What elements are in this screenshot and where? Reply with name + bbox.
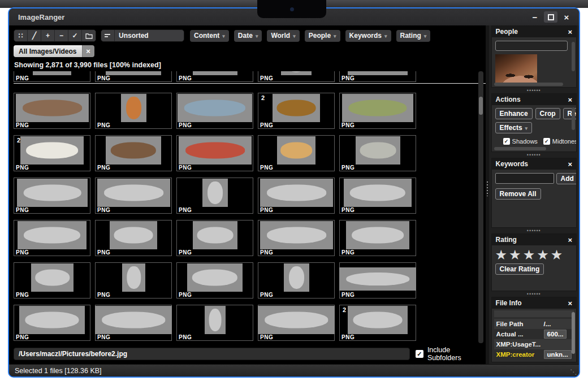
thumbnail-cropped[interactable]: PNG [14, 71, 90, 82]
people-close-icon[interactable]: × [568, 28, 572, 36]
add-keyword-button[interactable]: Add [556, 173, 577, 184]
thumbnail-cropped[interactable]: PNG [176, 71, 253, 82]
thumbnail-penguin[interactable]: PNG [176, 178, 253, 214]
actions-scrollbar-horizontal[interactable] [494, 147, 546, 150]
thumbnail-crocodile[interactable]: PNG [14, 178, 90, 214]
file-info-row[interactable]: XMP:UsageT... [494, 339, 574, 349]
thumbnail-duck[interactable]: PNG [176, 220, 253, 256]
thumbnail-starfish[interactable]: PNG [14, 262, 90, 299]
chevron-down-icon: ▾ [293, 34, 296, 39]
filter-date-dropdown[interactable]: Date▾ [234, 30, 262, 42]
enhance-button[interactable]: Enhance [495, 108, 533, 119]
star-icon[interactable]: ★ [495, 248, 508, 262]
thumbnail-cropped[interactable]: PNG [95, 71, 172, 82]
include-subfolders-control[interactable]: ✓ Include Subfolders [416, 346, 486, 362]
thumbnail-flounder[interactable]: PNG [339, 178, 416, 214]
add-button[interactable]: + [41, 30, 55, 41]
panel-drag-handle[interactable]: •••••• [491, 88, 577, 93]
actions-scrollbar[interactable] [572, 107, 575, 130]
grid-scrollbar-thumb[interactable] [479, 97, 483, 115]
midtones-checkbox-control[interactable]: ✓Midtones [543, 138, 577, 145]
people-scrollbar[interactable] [572, 42, 575, 71]
thumbnail-jellyfish[interactable]: PNG [95, 262, 172, 299]
star-icon[interactable]: ★ [551, 248, 563, 262]
sort-order-field[interactable]: Unsorted [115, 32, 149, 40]
crop-button[interactable]: Crop [535, 108, 560, 119]
shadows-checkbox[interactable]: ✓ [503, 138, 510, 145]
tab-close-icon[interactable]: × [82, 45, 94, 57]
shadows-checkbox-control[interactable]: ✓Shadows [503, 138, 538, 145]
thumbnail-sea-lion[interactable]: PNG [176, 262, 253, 299]
filter-keywords-dropdown[interactable]: Keywords▾ [345, 30, 391, 42]
clear-rating-button[interactable]: Clear Rating [495, 263, 544, 275]
edit-button[interactable]: ╱ [28, 30, 41, 41]
thumbnail-frog[interactable]: PNG [339, 135, 416, 171]
keywords-close-icon[interactable]: × [568, 161, 572, 168]
thumbnail-newt[interactable]: PNG [14, 93, 90, 129]
chevron-down-icon: ▾ [424, 34, 427, 39]
keyword-input[interactable] [495, 173, 554, 184]
thumbnail-whale[interactable]: PNG [14, 220, 90, 256]
minimize-button[interactable]: − [528, 11, 542, 23]
close-button[interactable]: × [560, 11, 573, 23]
view-grid-button[interactable]: ∷ [14, 30, 28, 41]
thumbnail-shark[interactable]: PNG [176, 93, 253, 129]
thumbnail-eel[interactable]: PNG [258, 178, 335, 214]
window-resize-grip[interactable]: ⋱ [570, 369, 577, 375]
file-info-row[interactable]: File Path/... [494, 319, 574, 329]
filter-rating-dropdown[interactable]: Rating▾ [396, 30, 431, 42]
folder-icon [85, 33, 93, 39]
panel-drag-handle[interactable]: •••••• [491, 152, 577, 158]
thumbnail-seahorse[interactable]: PNG [176, 305, 253, 341]
thumbnail-tadpole[interactable]: PNG [339, 93, 416, 129]
remove-all-keywords-button[interactable]: Remove All [495, 188, 541, 200]
people-search-input[interactable] [495, 41, 568, 51]
select-button[interactable]: ✓ [68, 30, 82, 41]
panel-drag-handle[interactable]: •••••• [491, 228, 577, 233]
thumbnail-otter[interactable]: PNG [95, 135, 172, 171]
thumbnail-dolphin[interactable]: PNG [14, 305, 90, 341]
star-icon[interactable]: ★ [537, 248, 549, 262]
sort-button[interactable] [101, 30, 115, 41]
rating-close-icon[interactable]: × [568, 236, 572, 244]
tab-all-images-videos[interactable]: All Images/Videos × [14, 45, 94, 57]
grid-scrollbar[interactable] [478, 71, 483, 343]
thumbnail-walrus[interactable]: PNG [95, 220, 172, 256]
file-info-row[interactable]: Actual ...600... [494, 329, 574, 339]
thumbnail-toad[interactable]: 2PNG [258, 93, 335, 129]
star-icon[interactable]: ★ [509, 248, 521, 262]
thumbnail-swan[interactable]: 2PNG [14, 135, 90, 171]
filter-world-dropdown[interactable]: World▾ [267, 30, 299, 42]
thumbnail-seal[interactable]: PNG [339, 262, 416, 299]
thumbnail-cropped[interactable]: PNG [339, 71, 416, 82]
thumbnail-scallop[interactable]: PNG [258, 135, 335, 171]
actions-close-icon[interactable]: × [568, 96, 572, 103]
file-info-row[interactable]: XMP:creatorunkn... [494, 349, 574, 360]
person-face-thumbnail[interactable] [495, 54, 537, 84]
panel-drag-handle[interactable]: •••••• [491, 291, 577, 297]
folder-button[interactable] [82, 30, 96, 41]
midtones-checkbox[interactable]: ✓ [543, 138, 550, 145]
file-path-input[interactable] [14, 348, 410, 360]
thumbnail-octopus[interactable]: PNG [258, 220, 335, 256]
thumbnail-shark[interactable]: PNG [258, 305, 335, 341]
thumbnail-newt[interactable]: PNG [95, 305, 172, 341]
file-info-scrollbar[interactable] [572, 312, 575, 354]
filter-content-dropdown[interactable]: Content▾ [190, 30, 229, 42]
remove-button[interactable]: − [55, 30, 68, 41]
thumbnail-cropped[interactable]: PNG [258, 71, 335, 82]
maximize-button[interactable] [544, 11, 557, 23]
filter-people-dropdown[interactable]: People▾ [305, 30, 340, 42]
sidebar-splitter[interactable] [486, 25, 489, 364]
thumbnail-crab[interactable]: PNG [176, 135, 253, 171]
thumbnail-lizard[interactable]: PNG [339, 220, 416, 256]
thumbnail-seahorse[interactable]: PNG [95, 93, 172, 129]
thumbnail-toad[interactable]: 2PNG [339, 305, 416, 341]
thumbnail-goldfish[interactable]: PNG [95, 178, 172, 214]
include-subfolders-checkbox[interactable]: ✓ [416, 350, 423, 358]
people-scrollbar-horizontal[interactable] [494, 83, 563, 86]
file-info-close-icon[interactable]: × [568, 300, 572, 307]
effects-dropdown[interactable]: Effects ▾ [495, 122, 533, 133]
star-icon[interactable]: ★ [523, 248, 535, 262]
thumbnail-goose[interactable]: PNG [258, 262, 335, 299]
